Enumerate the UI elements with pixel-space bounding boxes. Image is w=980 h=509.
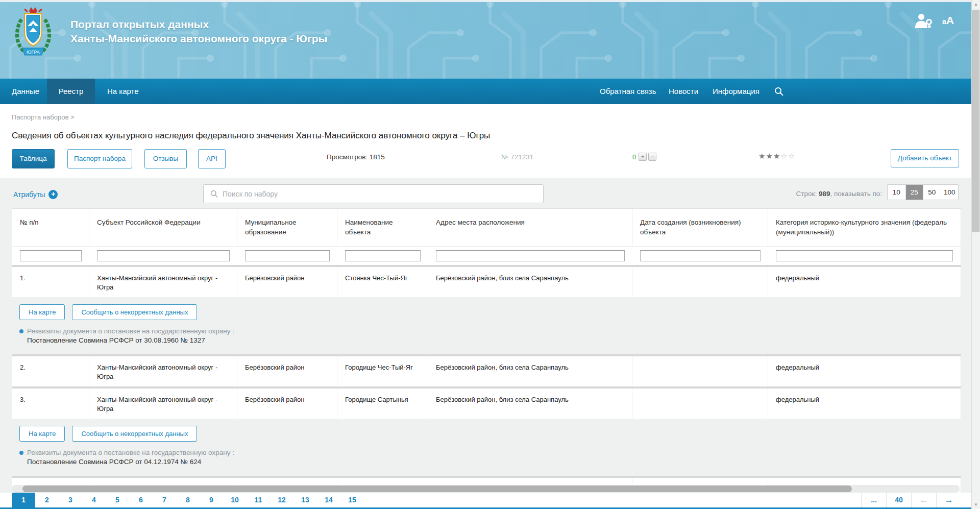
- nav-item-registry[interactable]: Реестр: [47, 79, 95, 104]
- page-button-6[interactable]: 6: [129, 493, 153, 507]
- nav-item-information[interactable]: Информация: [713, 79, 760, 104]
- filter-input-creation-date[interactable]: [640, 250, 761, 261]
- page-button-4[interactable]: 4: [82, 493, 106, 507]
- page-button-10[interactable]: 10: [223, 493, 247, 507]
- page-button-12[interactable]: 12: [270, 493, 293, 507]
- page-size-10[interactable]: 10: [888, 185, 905, 200]
- search-input[interactable]: [223, 186, 543, 202]
- table-row[interactable]: 2.Ханты-Мансийский автономный округ - Юг…: [12, 354, 961, 386]
- star-empty-icon[interactable]: ☆: [788, 152, 795, 160]
- vertical-scrollbar[interactable]: ▲ ▼: [971, 0, 980, 509]
- tab-dataset-passport[interactable]: Паспорт набора: [67, 149, 132, 168]
- vote-count: 0: [632, 153, 636, 161]
- magnifier-icon: [210, 189, 218, 198]
- page-button-13[interactable]: 13: [293, 493, 317, 507]
- table-cell: Берёзовский район, близ села Саранпауль: [428, 356, 632, 386]
- table-row[interactable]: 1.Ханты-Мансийский автономный округ - Юг…: [12, 265, 961, 297]
- page-button-9[interactable]: 9: [200, 493, 223, 507]
- vertical-scrollbar-thumb[interactable]: [972, 10, 979, 232]
- pagination-right-group: ... 40 ← →: [861, 493, 961, 507]
- attributes-label: Атрибуты: [13, 190, 45, 199]
- on-map-button[interactable]: На карте: [19, 304, 65, 320]
- scrollbar-up-arrow[interactable]: ▲: [972, 0, 980, 9]
- page-button-3[interactable]: 3: [59, 493, 82, 507]
- page-button-14[interactable]: 14: [317, 493, 340, 507]
- table-cell: федеральный: [768, 356, 961, 386]
- nav-item-data[interactable]: Данные: [12, 79, 39, 104]
- report-incorrect-data-button[interactable]: Сообщить о некорректных данных: [72, 426, 197, 442]
- nav-item-feedback[interactable]: Обратная связь: [600, 79, 656, 104]
- plus-icon[interactable]: +: [48, 190, 58, 199]
- table-cell: Ханты-Мансийский автономный округ - Югра: [89, 356, 237, 386]
- site-title-line2: Ханты-Мансийского автономного округа - Ю…: [70, 32, 327, 46]
- on-map-button[interactable]: На карте: [19, 426, 65, 442]
- table-cell: 2.: [12, 356, 89, 386]
- bullet-icon: [19, 451, 23, 455]
- page-button-11[interactable]: 11: [247, 493, 270, 507]
- detail-field-value: Постановление Совмина РСФСР от 30.08.196…: [27, 336, 961, 345]
- tab-api[interactable]: API: [198, 149, 226, 168]
- report-incorrect-data-button[interactable]: Сообщить о некорректных данных: [72, 304, 197, 320]
- table-row[interactable]: 3.Ханты-Мансийский автономный округ - Юг…: [12, 386, 961, 419]
- table-cell: Берёзовский район: [237, 356, 337, 386]
- rows-info-suffix: , показывать по:: [830, 190, 882, 198]
- filter-input-num[interactable]: [20, 250, 82, 261]
- dataset-number: № 721231: [501, 153, 533, 161]
- next-page-arrow[interactable]: →: [936, 493, 961, 507]
- page-button-1[interactable]: 1: [12, 493, 35, 507]
- bullet-icon: [19, 329, 23, 333]
- search-icon[interactable]: [774, 86, 784, 99]
- star-filled-icon[interactable]: ★: [758, 152, 766, 160]
- filter-input-address[interactable]: [436, 250, 625, 261]
- star-empty-icon[interactable]: ☆: [780, 152, 788, 160]
- page-size-selector: 10 25 50 100: [887, 184, 959, 200]
- page-button-2[interactable]: 2: [35, 493, 59, 507]
- page-button-15[interactable]: 15: [340, 493, 364, 507]
- column-header-municipality: Муниципальное образование: [237, 209, 337, 246]
- site-header: ЮГРА Портал открытых данных Ханты-Мансий…: [0, 2, 980, 79]
- filter-input-subject[interactable]: [97, 250, 230, 261]
- dataset-search: [203, 184, 544, 203]
- font-size-big-letter: А: [946, 14, 954, 26]
- tab-reviews[interactable]: Отзывы: [144, 149, 187, 168]
- table-cell: [632, 356, 768, 386]
- prev-page-arrow[interactable]: ←: [911, 493, 936, 507]
- column-header-category-line1: Категория историко-культурного значения …: [776, 217, 953, 227]
- data-table: № п/п Субъект Российской Федерации Муниц…: [12, 208, 961, 493]
- tab-table[interactable]: Таблица: [12, 149, 55, 168]
- horizontal-scrollbar[interactable]: [12, 485, 960, 493]
- page-button-8[interactable]: 8: [176, 493, 200, 507]
- attributes-toggle[interactable]: Атрибуты +: [13, 190, 58, 199]
- font-size-toggle[interactable]: аА: [942, 14, 954, 27]
- scrollbar-down-arrow[interactable]: ▼: [972, 500, 980, 509]
- user-login-icon[interactable]: [915, 13, 933, 31]
- table-cell: федеральный: [768, 267, 961, 297]
- filter-input-municipality[interactable]: [245, 250, 330, 261]
- table-cell: Берёзовский район, близ села Саранпауль: [428, 267, 632, 297]
- page-button-last[interactable]: 40: [886, 493, 911, 507]
- main-nav: Данные Реестр На карте Обратная связь Но…: [0, 79, 980, 104]
- nav-item-on-map[interactable]: На карте: [107, 79, 139, 104]
- rows-info: Строк: 989, показывать по:: [796, 190, 882, 198]
- horizontal-scrollbar-thumb[interactable]: [22, 486, 852, 492]
- breadcrumb[interactable]: Паспорта наборов >: [12, 113, 75, 121]
- filter-input-object-name[interactable]: [345, 250, 421, 261]
- filter-input-category[interactable]: [776, 250, 953, 261]
- page-size-25[interactable]: 25: [905, 185, 923, 200]
- star-filled-icon[interactable]: ★: [766, 152, 773, 160]
- page-size-100[interactable]: 100: [941, 185, 959, 200]
- vote-up-button[interactable]: +: [639, 153, 647, 161]
- star-filled-icon[interactable]: ★: [773, 152, 780, 160]
- vote-down-button[interactable]: −: [648, 153, 656, 161]
- page-size-50[interactable]: 50: [923, 185, 941, 200]
- rows-count: 989: [819, 190, 830, 198]
- page-button-7[interactable]: 7: [153, 493, 176, 507]
- nav-item-news[interactable]: Новости: [669, 79, 698, 104]
- font-size-small-letter: а: [942, 17, 946, 26]
- add-object-button[interactable]: Добавить объект: [891, 149, 959, 167]
- table-cell: Берёзовский район, близ села Саранпауль: [428, 389, 632, 419]
- rating-stars: ★★★☆☆: [758, 152, 795, 161]
- table-cell: Берёзовский район: [237, 267, 337, 297]
- page-button-5[interactable]: 5: [106, 493, 129, 507]
- coat-of-arms-logo[interactable]: ЮГРА: [12, 6, 54, 57]
